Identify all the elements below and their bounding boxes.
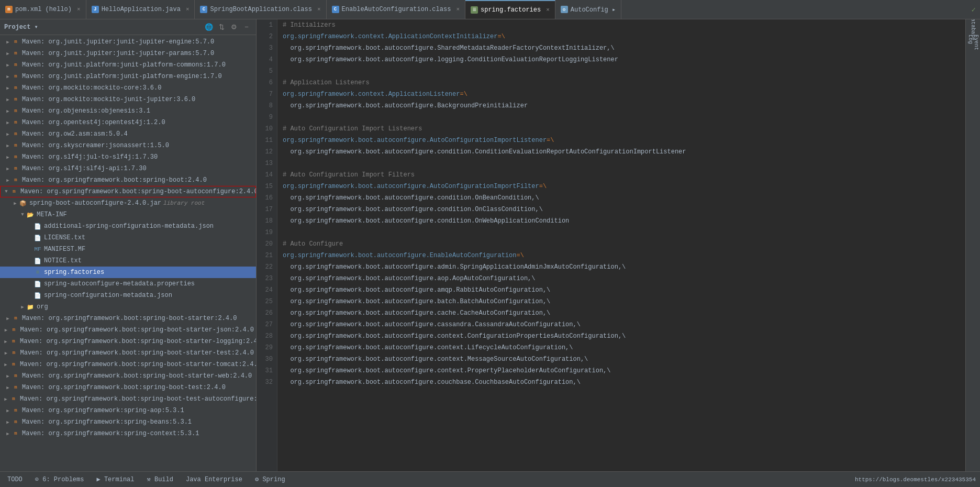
tree-item-additional-metadata[interactable]: 📄 additional-spring-configuration-metada… <box>0 220 256 232</box>
sidebar-expand-btn[interactable]: ⇅ <box>216 22 227 32</box>
maven-icon: m <box>12 49 20 58</box>
tree-label: Maven: org.springframework.boot:spring-b… <box>22 315 237 322</box>
bottom-tab-build[interactable]: ⚒ Build <box>144 472 176 487</box>
terminal-label: ▶ Terminal <box>96 475 134 483</box>
file-icon: ≡ <box>34 268 42 276</box>
tree-item-boot-starter-web[interactable]: ▶ m Maven: org.springframework.boot:spri… <box>0 370 256 382</box>
tree-item-platform-engine[interactable]: ▶ m Maven: org.junit.platform:junit-plat… <box>0 71 256 82</box>
tree-item-configuration-metadata[interactable]: 📄 spring-configuration-metadata.json <box>0 290 256 301</box>
code-area[interactable]: # Initializers org.springframework.conte… <box>277 19 965 471</box>
main-content: Project ▾ 🌐 ⇅ ⚙ − ▶ m Maven: org.junit.j… <box>0 19 980 471</box>
tree-item-spring-boot[interactable]: ▶ m Maven: org.springframework.boot:spri… <box>0 174 256 186</box>
log-icon[interactable]: Event Log <box>967 36 979 49</box>
tree-item-spring-factories[interactable]: ≡ spring.factories <box>0 267 256 278</box>
database-icon[interactable]: Database <box>967 21 979 34</box>
tree-item-objenesis[interactable]: ▶ m Maven: org.objenesis:objenesis:3.1 <box>0 105 256 117</box>
tab-close-factories[interactable]: × <box>546 7 550 13</box>
right-sidebar: Database Event Log <box>965 19 980 471</box>
tree-label: Maven: org.slf4j:jul-to-slf4j:1.7.30 <box>22 153 158 161</box>
code-line-1: # Initializers <box>283 19 960 31</box>
tree-item-org[interactable]: ▶ 📁 org <box>0 301 256 313</box>
editor-checkmark: ✓ <box>972 5 980 14</box>
sidebar-gear-btn[interactable]: ⚙ <box>229 22 239 32</box>
tree-item-boot-starter-json[interactable]: ▶ m Maven: org.springframework.boot:spri… <box>0 324 256 336</box>
maven-icon: m <box>12 72 20 81</box>
tree-item-boot-starter[interactable]: ▶ m Maven: org.springframework.boot:spri… <box>0 313 256 324</box>
code-line-3: org.springframework.boot.autoconfigure.S… <box>283 42 960 54</box>
library-root-label: library root <box>163 200 205 206</box>
tree-item-opentest4j[interactable]: ▶ m Maven: org.opentest4j:opentest4j:1.2… <box>0 117 256 128</box>
tree-arrow: ▶ <box>4 84 12 92</box>
tree-arrow: ▶ <box>4 372 12 380</box>
tree-label: Maven: org.springframework.boot:spring-b… <box>20 395 256 403</box>
tree-label: Maven: org.mockito:mockito-junit-jupiter… <box>22 96 195 103</box>
code-line-12: org.springframework.boot.autoconfigure.c… <box>283 146 960 158</box>
tree-arrow: ▼ <box>3 188 10 195</box>
tree-item-platform-commons[interactable]: ▶ m Maven: org.junit.platform:junit-plat… <box>0 59 256 71</box>
bottom-tab-spring[interactable]: ⚙ Spring <box>252 472 288 487</box>
sidebar-minimize-btn[interactable]: − <box>241 22 252 32</box>
tab-factories[interactable]: ≡ spring.factories × <box>465 0 555 19</box>
tree-item-junit-params[interactable]: ▶ m Maven: org.junit.jupiter:junit-jupit… <box>0 48 256 59</box>
tab-close-springboot[interactable]: × <box>317 6 321 13</box>
bottom-tab-todo[interactable]: TODO <box>4 472 26 487</box>
maven-icon: m <box>9 360 18 369</box>
tree-item-manifest[interactable]: MF MANIFEST.MF <box>0 244 256 255</box>
bottom-tab-terminal[interactable]: ▶ Terminal <box>93 472 137 487</box>
code-line-2: org.springframework.context.ApplicationC… <box>283 31 960 42</box>
tree-item-boot-starter-logging[interactable]: ▶ m Maven: org.springframework.boot:spri… <box>0 336 256 347</box>
maven-icon: m <box>10 326 18 334</box>
tree-item-junit-engine[interactable]: ▶ m Maven: org.junit.jupiter:junit-jupit… <box>0 36 256 48</box>
tab-pom[interactable]: m pom.xml (hello) × <box>0 0 86 19</box>
tree-item-spring-context[interactable]: ▶ m Maven: org.springframework:spring-co… <box>0 428 256 439</box>
tab-icon-autoconfig: ⚙ <box>561 6 568 13</box>
tree-label: Maven: org.objenesis:objenesis:3.1 <box>22 107 150 115</box>
bottom-tab-problems[interactable]: ⊙ 6: Problems <box>32 472 87 487</box>
tree-item-autoconfigure-metadata[interactable]: 📄 spring-autoconfigure-metadata.properti… <box>0 278 256 290</box>
build-label: ⚒ Build <box>147 475 173 483</box>
tree-arrow: ▼ <box>19 211 26 218</box>
tree-item-jul-to-slf4j[interactable]: ▶ m Maven: org.slf4j:jul-to-slf4j:1.7.30 <box>0 151 256 163</box>
tree-arrow: ▶ <box>4 107 12 115</box>
code-line-5 <box>283 65 960 77</box>
tree-label: spring-boot-autoconfigure-2.4.0.jar <box>29 200 161 207</box>
tab-close-enable[interactable]: × <box>456 6 460 13</box>
tree-item-mockito-core[interactable]: ▶ m Maven: org.mockito:mockito-core:3.6.… <box>0 82 256 94</box>
tree-item-notice[interactable]: 📄 NOTICE.txt <box>0 255 256 267</box>
tree-item-boot-starter-tomcat[interactable]: ▶ m Maven: org.springframework.boot:spri… <box>0 359 256 370</box>
tab-springboot[interactable]: C SpringBootApplication.class × <box>195 0 326 19</box>
tab-close-hello[interactable]: × <box>186 6 190 13</box>
tree-item-autoconfigure[interactable]: ▼ m Maven: org.springframework.boot:spri… <box>0 186 256 197</box>
tree-item-autoconfigure-jar[interactable]: ▶ 📦 spring-boot-autoconfigure-2.4.0.jar … <box>0 197 256 209</box>
tree-item-jsonassert[interactable]: ▶ m Maven: org.skyscreamer:jsonassert:1.… <box>0 140 256 151</box>
tree-item-asm[interactable]: ▶ m Maven: org.ow2.asm:asm:5.0.4 <box>0 128 256 140</box>
tree-item-spring-aop[interactable]: ▶ m Maven: org.springframework:spring-ao… <box>0 405 256 416</box>
maven-icon: m <box>9 337 18 346</box>
sidebar-actions: 🌐 ⇅ ⚙ − <box>204 22 252 32</box>
tab-autoconfig[interactable]: ⚙ AutoConfig ▸ <box>555 0 621 19</box>
tree-item-meta-inf[interactable]: ▼ 📂 META-INF <box>0 209 256 220</box>
tree-item-slf4j-api[interactable]: ▶ m Maven: org.slf4j:slf4j-api:1.7.30 <box>0 163 256 174</box>
tree-label: spring.factories <box>44 269 104 276</box>
todo-label: TODO <box>7 476 23 483</box>
tree-item-spring-beans[interactable]: ▶ m Maven: org.springframework:spring-be… <box>0 416 256 428</box>
maven-icon: m <box>12 372 20 380</box>
tab-hello[interactable]: J HelloApplication.java × <box>86 0 195 19</box>
tree-item-boot-starter-test[interactable]: ▶ m Maven: org.springframework.boot:spri… <box>0 347 256 359</box>
tree-item-boot-test-autoconfigure[interactable]: ▶ m Maven: org.springframework.boot:spri… <box>0 393 256 405</box>
tree-item-boot-test[interactable]: ▶ m Maven: org.springframework.boot:spri… <box>0 382 256 393</box>
tree-arrow: ▶ <box>4 73 12 80</box>
tree-label: Maven: org.springframework.boot:spring-b… <box>20 338 256 345</box>
code-line-17: org.springframework.boot.autoconfigure.c… <box>283 204 960 215</box>
tree-label: Maven: org.springframework.boot:spring-b… <box>20 349 254 357</box>
tree-label: Maven: org.springframework.boot:spring-b… <box>20 326 254 334</box>
code-line-32: org.springframework.boot.autoconfigure.c… <box>283 377 960 388</box>
tab-close-pom[interactable]: × <box>77 6 81 13</box>
tab-enable[interactable]: C EnableAutoConfiguration.class × <box>327 0 465 19</box>
tree-item-license[interactable]: 📄 LICENSE.txt <box>0 232 256 244</box>
bottom-tab-enterprise[interactable]: Java Enterprise <box>183 472 246 487</box>
tree-arrow: ▶ <box>4 142 12 149</box>
tree-item-mockito-junit[interactable]: ▶ m Maven: org.mockito:mockito-junit-jup… <box>0 94 256 105</box>
sidebar-globe-btn[interactable]: 🌐 <box>204 22 214 32</box>
tree-label: spring-autoconfigure-metadata.properties <box>44 280 195 287</box>
